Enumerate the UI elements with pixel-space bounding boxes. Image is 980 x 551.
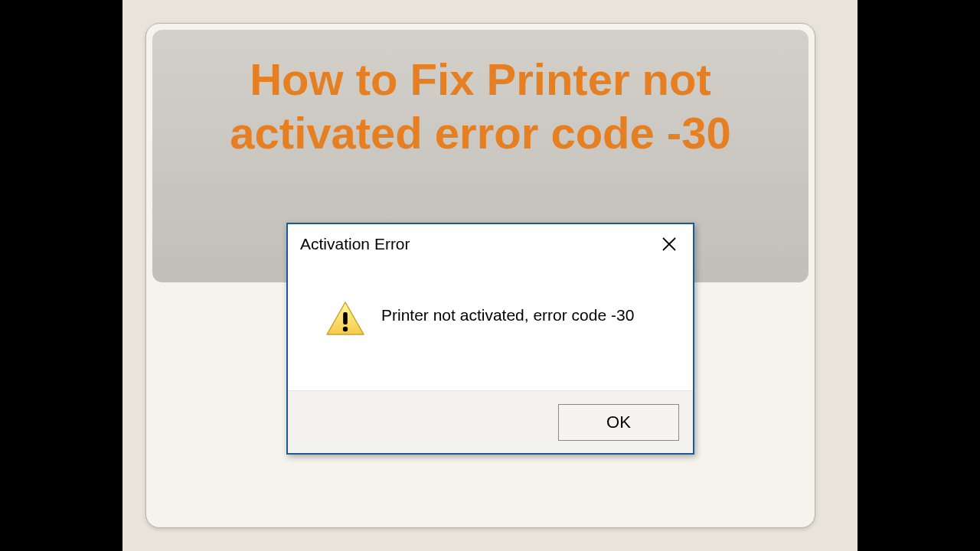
slide-container: How to Fix Printer not activated error c… xyxy=(122,0,858,551)
dialog-body: Printer not activated, error code -30 xyxy=(288,264,693,390)
ok-button[interactable]: OK xyxy=(558,404,679,441)
close-icon xyxy=(662,236,677,252)
svg-rect-2 xyxy=(343,312,348,324)
svg-point-3 xyxy=(343,327,348,331)
ok-button-label: OK xyxy=(606,412,631,432)
close-button[interactable] xyxy=(656,231,682,257)
slide-title: How to Fix Printer not activated error c… xyxy=(168,53,793,159)
warning-icon xyxy=(325,300,366,341)
dialog-footer: OK xyxy=(288,390,693,453)
dialog-titlebar: Activation Error xyxy=(288,224,693,264)
dialog-message: Printer not activated, error code -30 xyxy=(381,306,634,324)
dialog-title: Activation Error xyxy=(300,235,410,253)
slide-card: How to Fix Printer not activated error c… xyxy=(145,23,815,528)
dialog-window: Activation Error xyxy=(286,223,694,455)
